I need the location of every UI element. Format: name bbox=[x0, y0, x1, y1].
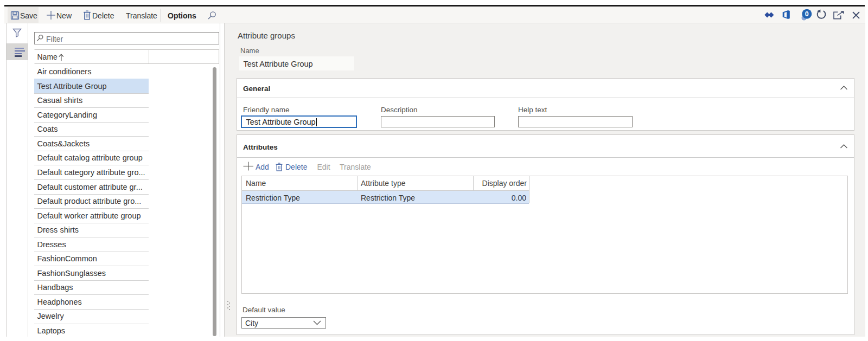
svg-text:0: 0 bbox=[805, 10, 809, 18]
